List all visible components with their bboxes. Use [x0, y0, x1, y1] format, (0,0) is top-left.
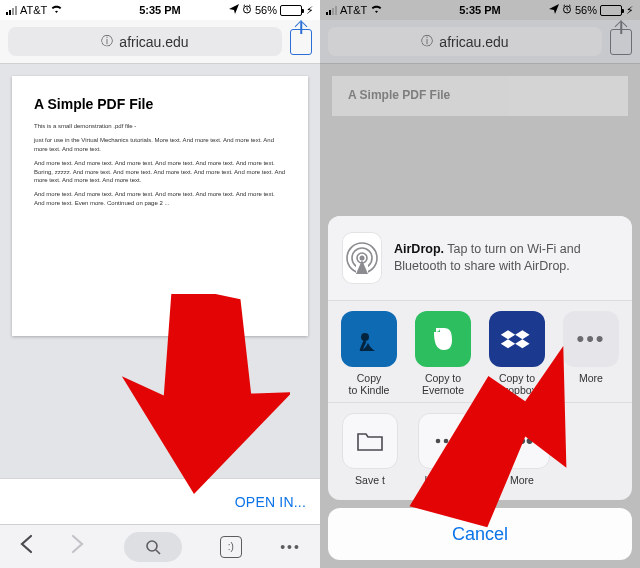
alarm-icon — [242, 4, 252, 16]
url-bar: ⓘ africau.edu — [320, 20, 640, 64]
charging-icon: ⚡︎ — [626, 4, 634, 17]
pdf-page: A Simple PDF File This is a small demons… — [12, 76, 308, 336]
wifi-icon — [370, 4, 383, 16]
svg-point-10 — [436, 439, 441, 444]
signal-icon — [6, 5, 17, 15]
airdrop-row[interactable]: AirDrop. Tap to turn on Wi-Fi and Blueto… — [328, 216, 632, 301]
search-button[interactable] — [124, 532, 182, 562]
bottom-toolbar: :) ••• — [0, 524, 320, 568]
url-field[interactable]: ⓘ africau.edu — [328, 27, 602, 56]
app-label: More — [579, 372, 603, 384]
alarm-icon — [562, 4, 572, 16]
more-button[interactable]: ••• — [280, 539, 301, 555]
airdrop-icon — [342, 232, 382, 284]
share-icon[interactable] — [290, 29, 312, 55]
back-button[interactable] — [19, 534, 33, 559]
share-apps-row[interactable]: Copyto Kindle Copy toEvernote Copy toDro… — [328, 301, 632, 403]
location-icon — [549, 4, 559, 16]
info-icon: ⓘ — [101, 33, 113, 50]
url-bar: ⓘ africau.edu — [0, 20, 320, 64]
app-evernote[interactable]: Copy toEvernote — [406, 311, 480, 396]
svg-rect-8 — [351, 321, 387, 357]
action-lastpass[interactable]: LastPass — [408, 413, 484, 486]
svg-point-7 — [360, 255, 365, 260]
url-field[interactable]: ⓘ africau.edu — [8, 27, 282, 56]
carrier-label: AT&T — [20, 4, 47, 16]
carrier-label: AT&T — [340, 4, 367, 16]
share-actions-row[interactable]: Save t LastPass ••• More — [328, 403, 632, 500]
cancel-button[interactable]: Cancel — [328, 508, 632, 560]
app-label: Copy toDropbox — [497, 372, 537, 396]
action-label: More — [510, 474, 534, 486]
svg-point-12 — [452, 439, 457, 444]
signal-icon — [326, 5, 337, 15]
app-label: Copyto Kindle — [349, 372, 390, 396]
tabs-button[interactable]: :) — [220, 536, 242, 558]
app-kindle[interactable]: Copyto Kindle — [332, 311, 406, 396]
url-domain: africau.edu — [439, 34, 508, 50]
app-label: Copy toEvernote — [422, 372, 464, 396]
action-label: Save t — [355, 474, 385, 486]
status-bar: AT&T 5:35 PM 56% ⚡︎ — [320, 0, 640, 20]
airdrop-text: AirDrop. Tap to turn on Wi-Fi and Blueto… — [394, 241, 618, 275]
action-more[interactable]: ••• More — [484, 413, 560, 486]
app-more[interactable]: ••• More — [554, 311, 628, 396]
info-icon: ⓘ — [421, 33, 433, 50]
status-bar: AT&T 5:35 PM 56% ⚡︎ — [0, 0, 320, 20]
battery-icon — [280, 5, 302, 16]
battery-pct: 56% — [255, 4, 277, 16]
share-sheet: AirDrop. Tap to turn on Wi-Fi and Blueto… — [328, 216, 632, 560]
forward-button[interactable] — [71, 534, 85, 559]
url-domain: africau.edu — [119, 34, 188, 50]
clock: 5:35 PM — [459, 4, 501, 16]
pdf-title: A Simple PDF File — [34, 96, 286, 112]
charging-icon: ⚡︎ — [306, 4, 314, 17]
action-label: LastPass — [424, 474, 467, 486]
svg-point-1 — [147, 541, 157, 551]
open-in-button[interactable]: OPEN IN... — [235, 494, 306, 510]
location-icon — [229, 4, 239, 16]
battery-pct: 56% — [575, 4, 597, 16]
svg-point-11 — [444, 439, 449, 444]
open-in-bar: OPEN IN... — [0, 478, 320, 524]
pdf-title-dimmed: A Simple PDF File — [332, 76, 628, 116]
svg-rect-13 — [458, 434, 460, 448]
pdf-viewport[interactable]: A Simple PDF File This is a small demons… — [0, 64, 320, 524]
clock: 5:35 PM — [139, 4, 181, 16]
battery-icon — [600, 5, 622, 16]
app-dropbox[interactable]: Copy toDropbox — [480, 311, 554, 396]
svg-point-9 — [361, 333, 369, 341]
share-icon[interactable] — [610, 29, 632, 55]
action-save[interactable]: Save t — [332, 413, 408, 486]
wifi-icon — [50, 4, 63, 16]
